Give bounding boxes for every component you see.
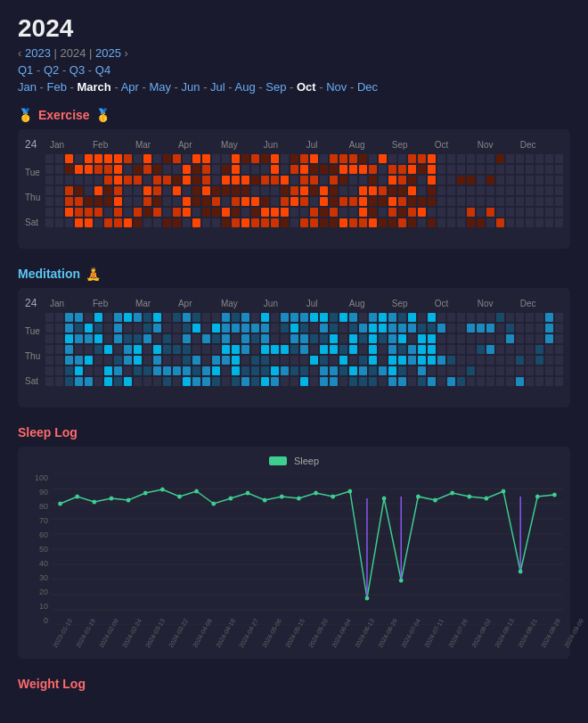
heatmap-cell[interactable] <box>114 334 122 343</box>
heatmap-cell[interactable] <box>271 313 279 322</box>
heatmap-cell[interactable] <box>94 366 102 375</box>
heatmap-cell[interactable] <box>526 334 534 343</box>
heatmap-cell[interactable] <box>359 366 367 375</box>
heatmap-cell[interactable] <box>535 377 543 386</box>
heatmap-cell[interactable] <box>457 345 465 354</box>
heatmap-cell[interactable] <box>134 186 142 195</box>
heatmap-cell[interactable] <box>555 208 563 217</box>
heatmap-cell[interactable] <box>388 313 396 322</box>
heatmap-cell[interactable] <box>124 208 132 217</box>
heatmap-cell[interactable] <box>75 176 83 185</box>
heatmap-cell[interactable] <box>300 186 308 195</box>
heatmap-cell[interactable] <box>408 154 416 163</box>
heatmap-cell[interactable] <box>408 377 416 386</box>
heatmap-cell[interactable] <box>398 176 406 185</box>
heatmap-cell[interactable] <box>124 186 132 195</box>
heatmap-cell[interactable] <box>418 165 426 174</box>
heatmap-cell[interactable] <box>330 334 338 343</box>
heatmap-cell[interactable] <box>114 197 122 206</box>
heatmap-cell[interactable] <box>173 377 181 386</box>
heatmap-cell[interactable] <box>320 345 328 354</box>
heatmap-cell[interactable] <box>55 334 63 343</box>
heatmap-cell[interactable] <box>212 218 220 227</box>
heatmap-cell[interactable] <box>300 345 308 354</box>
heatmap-cell[interactable] <box>555 366 563 375</box>
heatmap-cell[interactable] <box>241 324 249 333</box>
heatmap-cell[interactable] <box>143 208 151 217</box>
heatmap-cell[interactable] <box>330 324 338 333</box>
heatmap-cell[interactable] <box>388 324 396 333</box>
heatmap-cell[interactable] <box>477 345 485 354</box>
heatmap-cell[interactable] <box>526 345 534 354</box>
heatmap-cell[interactable] <box>359 313 367 322</box>
heatmap-cell[interactable] <box>516 334 524 343</box>
heatmap-cell[interactable] <box>369 218 377 227</box>
heatmap-cell[interactable] <box>300 197 308 206</box>
heatmap-cell[interactable] <box>477 197 485 206</box>
heatmap-cell[interactable] <box>555 197 563 206</box>
heatmap-cell[interactable] <box>535 186 543 195</box>
heatmap-cell[interactable] <box>251 334 259 343</box>
heatmap-cell[interactable] <box>212 356 220 365</box>
heatmap-cell[interactable] <box>232 334 240 343</box>
heatmap-cell[interactable] <box>192 356 200 365</box>
heatmap-cell[interactable] <box>183 208 191 217</box>
heatmap-cell[interactable] <box>143 186 151 195</box>
heatmap-cell[interactable] <box>261 356 269 365</box>
heatmap-cell[interactable] <box>437 165 445 174</box>
heatmap-cell[interactable] <box>418 197 426 206</box>
heatmap-cell[interactable] <box>555 313 563 322</box>
heatmap-cell[interactable] <box>94 176 102 185</box>
heatmap-cell[interactable] <box>271 345 279 354</box>
heatmap-cell[interactable] <box>349 197 357 206</box>
heatmap-cell[interactable] <box>388 334 396 343</box>
heatmap-cell[interactable] <box>55 208 63 217</box>
heatmap-cell[interactable] <box>526 313 534 322</box>
heatmap-cell[interactable] <box>369 377 377 386</box>
heatmap-cell[interactable] <box>369 356 377 365</box>
heatmap-cell[interactable] <box>241 165 249 174</box>
heatmap-cell[interactable] <box>506 186 514 195</box>
heatmap-cell[interactable] <box>251 165 259 174</box>
heatmap-cell[interactable] <box>75 366 83 375</box>
heatmap-cell[interactable] <box>447 356 455 365</box>
heatmap-cell[interactable] <box>222 218 230 227</box>
heatmap-cell[interactable] <box>320 197 328 206</box>
heatmap-cell[interactable] <box>94 324 102 333</box>
heatmap-cell[interactable] <box>467 197 475 206</box>
heatmap-cell[interactable] <box>457 208 465 217</box>
heatmap-cell[interactable] <box>232 313 240 322</box>
heatmap-cell[interactable] <box>114 208 122 217</box>
heatmap-cell[interactable] <box>320 165 328 174</box>
heatmap-cell[interactable] <box>212 197 220 206</box>
heatmap-cell[interactable] <box>104 186 112 195</box>
heatmap-cell[interactable] <box>202 334 210 343</box>
heatmap-cell[interactable] <box>555 345 563 354</box>
heatmap-cell[interactable] <box>153 176 161 185</box>
heatmap-cell[interactable] <box>330 356 338 365</box>
heatmap-cell[interactable] <box>526 377 534 386</box>
heatmap-cell[interactable] <box>202 165 210 174</box>
heatmap-cell[interactable] <box>241 176 249 185</box>
heatmap-cell[interactable] <box>202 324 210 333</box>
heatmap-cell[interactable] <box>310 186 318 195</box>
heatmap-cell[interactable] <box>437 208 445 217</box>
heatmap-cell[interactable] <box>369 313 377 322</box>
heatmap-cell[interactable] <box>388 218 396 227</box>
heatmap-cell[interactable] <box>339 165 347 174</box>
heatmap-cell[interactable] <box>232 154 240 163</box>
heatmap-cell[interactable] <box>65 165 73 174</box>
heatmap-cell[interactable] <box>300 356 308 365</box>
heatmap-cell[interactable] <box>555 334 563 343</box>
heatmap-cell[interactable] <box>486 377 494 386</box>
heatmap-cell[interactable] <box>349 186 357 195</box>
heatmap-cell[interactable] <box>477 165 485 174</box>
heatmap-cell[interactable] <box>114 176 122 185</box>
heatmap-cell[interactable] <box>369 154 377 163</box>
heatmap-cell[interactable] <box>85 356 93 365</box>
heatmap-cell[interactable] <box>212 334 220 343</box>
heatmap-cell[interactable] <box>535 324 543 333</box>
heatmap-cell[interactable] <box>496 334 504 343</box>
heatmap-cell[interactable] <box>300 218 308 227</box>
heatmap-cell[interactable] <box>153 186 161 195</box>
